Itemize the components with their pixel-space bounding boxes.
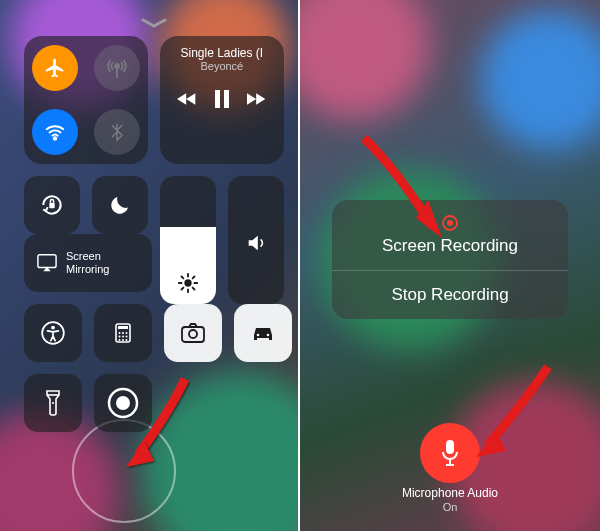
volume-slider[interactable] — [228, 176, 284, 304]
recording-title-row: Screen Recording — [332, 200, 568, 270]
recording-sheet: Screen Recording Stop Recording — [332, 200, 568, 319]
svg-point-30 — [189, 330, 197, 338]
screen-record-button[interactable] — [94, 374, 152, 432]
forward-button[interactable] — [247, 91, 267, 107]
wifi-icon — [44, 121, 66, 143]
svg-point-24 — [122, 336, 124, 338]
svg-rect-3 — [215, 90, 220, 108]
microphone-toggle[interactable] — [420, 423, 480, 483]
screen-recording-detail-panel: Screen Recording Stop Recording Micropho… — [300, 0, 600, 531]
airplane-icon — [44, 57, 66, 79]
antenna-icon — [105, 56, 129, 80]
svg-point-23 — [119, 336, 121, 338]
car-icon — [250, 323, 276, 343]
accessibility-button[interactable] — [24, 304, 82, 362]
svg-rect-39 — [446, 440, 454, 454]
panel-divider — [298, 0, 300, 531]
bluetooth-icon — [107, 122, 127, 142]
svg-line-13 — [181, 288, 183, 290]
svg-point-2 — [54, 137, 57, 140]
flashlight-button[interactable] — [24, 374, 82, 432]
svg-point-34 — [52, 402, 54, 404]
svg-rect-4 — [224, 90, 229, 108]
rotation-lock-icon — [39, 192, 65, 218]
svg-rect-19 — [118, 326, 128, 329]
svg-point-28 — [126, 339, 128, 341]
wifi-toggle[interactable] — [24, 100, 86, 164]
rewind-icon — [177, 91, 197, 107]
svg-rect-15 — [38, 255, 56, 268]
car-mode-button[interactable] — [234, 304, 292, 362]
airplay-icon — [36, 253, 58, 273]
connectivity-module[interactable] — [24, 36, 148, 164]
microphone-icon — [438, 438, 462, 468]
screen-mirroring-label: Screen Mirroring — [66, 250, 109, 275]
pause-icon — [215, 90, 229, 108]
svg-line-11 — [181, 276, 183, 278]
do-not-disturb-toggle[interactable] — [92, 176, 148, 234]
svg-point-27 — [122, 339, 124, 341]
calculator-icon — [111, 321, 135, 345]
svg-point-25 — [126, 336, 128, 338]
camera-icon — [180, 322, 206, 344]
bluetooth-toggle[interactable] — [86, 100, 148, 164]
svg-rect-5 — [49, 203, 54, 208]
volume-icon — [245, 232, 267, 254]
svg-point-36 — [116, 396, 130, 410]
svg-point-0 — [115, 64, 119, 68]
track-title: Single Ladies (I — [170, 46, 274, 60]
chevron-down-icon — [141, 18, 167, 28]
camera-button[interactable] — [164, 304, 222, 362]
record-icon — [106, 386, 140, 420]
svg-line-12 — [193, 288, 195, 290]
control-center-panel: Single Ladies (I Beyoncé — [0, 0, 300, 531]
screen-mirroring-button[interactable]: Screen Mirroring — [24, 234, 152, 292]
microphone-label: Microphone Audio On — [300, 486, 600, 513]
calculator-button[interactable] — [94, 304, 152, 362]
now-playing-module[interactable]: Single Ladies (I Beyoncé — [160, 36, 284, 164]
accessibility-icon — [40, 320, 66, 346]
stop-recording-button[interactable]: Stop Recording — [332, 270, 568, 319]
cellular-data-toggle[interactable] — [86, 36, 148, 100]
pause-button[interactable] — [215, 90, 229, 108]
brightness-slider[interactable] — [160, 176, 216, 304]
svg-line-14 — [193, 276, 195, 278]
recording-indicator-icon — [441, 214, 459, 232]
recording-title: Screen Recording — [332, 236, 568, 256]
moon-icon — [108, 193, 132, 217]
rewind-button[interactable] — [177, 91, 197, 107]
svg-point-38 — [447, 220, 453, 226]
track-artist: Beyoncé — [200, 60, 243, 72]
svg-point-22 — [126, 332, 128, 334]
airplane-mode-toggle[interactable] — [24, 36, 86, 100]
annotation-arrow — [470, 361, 560, 461]
svg-point-32 — [267, 334, 270, 337]
microphone-status: On — [300, 501, 600, 513]
svg-point-21 — [122, 332, 124, 334]
forward-icon — [247, 91, 267, 107]
svg-point-20 — [119, 332, 121, 334]
svg-point-26 — [119, 339, 121, 341]
orientation-lock-toggle[interactable] — [24, 176, 80, 234]
svg-point-17 — [51, 326, 55, 330]
brightness-icon — [177, 272, 199, 294]
collapse-handle[interactable] — [24, 12, 284, 36]
svg-point-6 — [184, 279, 191, 286]
flashlight-icon — [44, 389, 62, 417]
svg-point-31 — [257, 334, 260, 337]
